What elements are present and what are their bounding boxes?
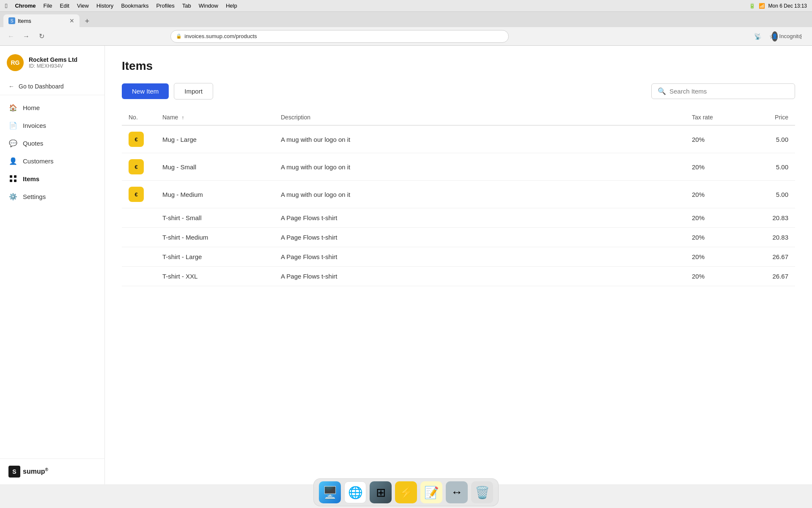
new-item-button[interactable]: New Item [122, 83, 169, 99]
tab-title: Items [18, 18, 67, 24]
finder-icon: 🖥️ [323, 486, 337, 500]
mac-dock: 🖥️ 🌐 ⊞ ⚡ 📝 ↔️ 🗑️ [313, 478, 499, 506]
bookmarks-menu[interactable]: Bookmarks [121, 3, 148, 9]
menu-dots-icon[interactable]: ⋮ [795, 30, 807, 42]
sidebar-item-items-label: Items [23, 175, 39, 182]
profiles-menu[interactable]: Profiles [156, 3, 174, 9]
sumup-logo-icon: S [8, 466, 20, 478]
cell-description: A Page Flows t-shirt [274, 267, 685, 286]
go-to-dashboard-button[interactable]: ← Go to Dashboard [0, 78, 104, 95]
svg-rect-1 [14, 175, 16, 178]
col-header-name[interactable]: Name ↑ [156, 110, 274, 125]
cell-name: Mug - Medium [156, 181, 274, 208]
view-menu[interactable]: View [77, 3, 89, 9]
table-row[interactable]: T-shirt - XXLA Page Flows t-shirt20%26.6… [122, 267, 795, 286]
cell-icon: € [122, 125, 156, 153]
browser-tab[interactable]: S Items ✕ [3, 14, 80, 27]
table-row[interactable]: T-shirt - MediumA Page Flows t-shirt20%2… [122, 228, 795, 247]
svg-rect-3 [14, 179, 16, 182]
table-row[interactable]: €Mug - LargeA mug with our logo on it20%… [122, 125, 795, 153]
sidebar-item-settings[interactable]: ⚙️ Settings [0, 188, 104, 205]
trash-icon: 🗑️ [475, 486, 490, 500]
table-row[interactable]: €Mug - MediumA mug with our logo on it20… [122, 181, 795, 208]
cell-price: 5.00 [744, 181, 795, 208]
window-menu[interactable]: Window [199, 3, 218, 9]
sumup-logo: S sumup® [8, 466, 96, 478]
forward-button[interactable]: → [20, 30, 32, 42]
cell-name: T-shirt - Small [156, 208, 274, 228]
sidebar-item-quotes[interactable]: 💬 Quotes [0, 134, 104, 152]
sidebar-footer: S sumup® [0, 458, 104, 484]
sidebar-item-customers-label: Customers [23, 157, 54, 165]
cell-tax-rate: 20% [685, 208, 744, 228]
cell-icon [122, 247, 156, 267]
dock-trash[interactable]: 🗑️ [471, 481, 493, 503]
app-container: RG Rocket Gems Ltd ID: MEXH934V ← Go to … [0, 46, 812, 484]
sidebar-item-home[interactable]: 🏠 Home [0, 99, 104, 116]
cell-name: Mug - Small [156, 153, 274, 181]
sidebar: RG Rocket Gems Ltd ID: MEXH934V ← Go to … [0, 46, 105, 484]
cell-price: 26.67 [744, 267, 795, 286]
wifi-icon: 📶 [759, 3, 765, 9]
history-menu[interactable]: History [96, 3, 113, 9]
dock-finder[interactable]: 🖥️ [319, 481, 341, 503]
import-button[interactable]: Import [174, 83, 213, 99]
apple-menu[interactable]:  [5, 2, 7, 9]
settings-icon: ⚙️ [8, 192, 18, 201]
cell-description: A mug with our logo on it [274, 125, 685, 153]
sumup-logo-text: sumup® [23, 467, 48, 475]
tab-close-button[interactable]: ✕ [69, 17, 74, 24]
cell-name: T-shirt - Large [156, 247, 274, 267]
back-button[interactable]: ← [5, 30, 17, 42]
sidebar-item-invoices[interactable]: 📄 Invoices [0, 116, 104, 134]
page-title: Items [122, 59, 795, 73]
svg-text:€: € [134, 136, 137, 143]
mac-menubar:  Chrome File Edit View History Bookmark… [0, 0, 812, 12]
table-row[interactable]: €Mug - SmallA mug with our logo on it20%… [122, 153, 795, 181]
sidebar-item-invoices-label: Invoices [23, 122, 46, 129]
new-tab-button[interactable]: + [81, 15, 93, 27]
dock-chrome[interactable]: 🌐 [344, 481, 366, 503]
search-box[interactable]: 🔍 [651, 83, 795, 99]
dock-migrate[interactable]: ↔️ [446, 481, 468, 503]
sidebar-item-customers[interactable]: 👤 Customers [0, 152, 104, 170]
tab-menu[interactable]: Tab [182, 3, 191, 9]
dock-launchpad[interactable]: ⊞ [370, 481, 392, 503]
edit-menu[interactable]: Edit [60, 3, 69, 9]
cell-icon [122, 228, 156, 247]
svg-rect-2 [10, 179, 12, 182]
cell-icon [122, 267, 156, 286]
quotes-icon: 💬 [8, 138, 18, 148]
reload-button[interactable]: ↻ [36, 30, 47, 42]
cell-price: 5.00 [744, 153, 795, 181]
bolt-icon: ⚡ [399, 486, 414, 500]
cast-icon[interactable]: 📡 [752, 30, 764, 42]
table-row[interactable]: T-shirt - SmallA Page Flows t-shirt20%20… [122, 208, 795, 228]
chrome-menu[interactable]: Chrome [15, 3, 36, 9]
dock-notes[interactable]: 📝 [420, 481, 442, 503]
dock-bolt[interactable]: ⚡ [395, 481, 417, 503]
table-row[interactable]: T-shirt - LargeA Page Flows t-shirt20%26… [122, 247, 795, 267]
chrome-icon: 🌐 [348, 486, 363, 500]
cell-tax-rate: 20% [685, 267, 744, 286]
help-menu[interactable]: Help [226, 3, 237, 9]
file-menu[interactable]: File [44, 3, 52, 9]
address-bar[interactable]: 🔒 invoices.sumup.com/products [170, 30, 509, 43]
svg-rect-0 [10, 175, 12, 178]
svg-text:€: € [134, 164, 137, 170]
search-input[interactable] [669, 88, 789, 95]
main-content: Items New Item Import 🔍 No. Name ↑ Descr… [105, 46, 812, 484]
cell-icon: € [122, 153, 156, 181]
go-to-dashboard-label: Go to Dashboard [19, 83, 64, 90]
sidebar-nav: 🏠 Home 📄 Invoices 💬 Quotes 👤 Customers [0, 95, 104, 458]
item-thumbnail-icon: € [129, 159, 144, 174]
address-bar-right: 📡 ☆ 👤 Incognito ⋮ [752, 30, 807, 42]
cell-price: 20.83 [744, 208, 795, 228]
profile-icon[interactable]: 👤 Incognito [781, 30, 793, 42]
sidebar-header: RG Rocket Gems Ltd ID: MEXH934V [0, 46, 104, 78]
url-text: invoices.sumup.com/products [184, 33, 257, 39]
sidebar-item-items[interactable]: Items [0, 170, 104, 188]
company-info: Rocket Gems Ltd ID: MEXH934V [29, 56, 98, 69]
cell-name: Mug - Large [156, 125, 274, 153]
search-icon: 🔍 [658, 87, 666, 95]
